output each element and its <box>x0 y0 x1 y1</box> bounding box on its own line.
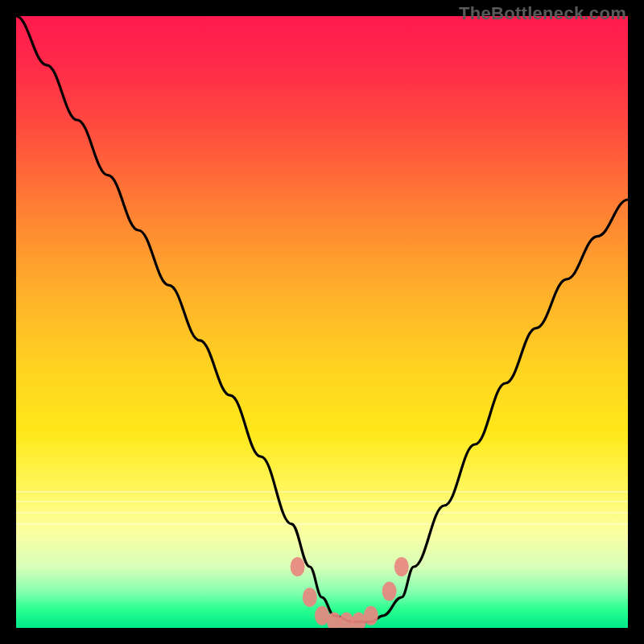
marker-dot <box>339 612 353 628</box>
marker-dot <box>394 557 409 576</box>
watermark-text: TheBottleneck.com <box>459 3 626 24</box>
marker-cluster <box>291 557 409 628</box>
marker-dot <box>382 581 397 601</box>
marker-dot <box>364 606 378 625</box>
marker-dot <box>303 588 317 607</box>
bottleneck-curve-plot <box>16 16 628 628</box>
chart-frame <box>16 16 628 628</box>
curve-line <box>16 16 628 621</box>
marker-dot <box>291 557 305 576</box>
